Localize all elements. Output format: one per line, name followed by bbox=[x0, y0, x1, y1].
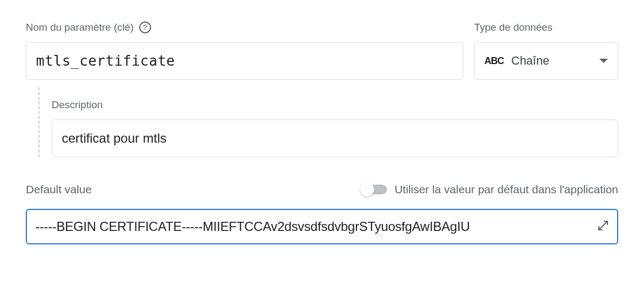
abc-icon: ABC bbox=[484, 55, 504, 67]
data-type-dropdown[interactable]: ABC Chaîne bbox=[474, 42, 618, 80]
data-type-label: Type de données bbox=[474, 22, 618, 33]
param-name-input[interactable] bbox=[26, 42, 463, 80]
default-value-input[interactable] bbox=[35, 219, 590, 234]
default-value-label: Default value bbox=[26, 183, 92, 196]
expand-icon[interactable] bbox=[597, 219, 610, 234]
tree-connector bbox=[26, 87, 52, 157]
help-icon[interactable]: ? bbox=[139, 22, 151, 33]
data-type-label-text: Type de données bbox=[474, 22, 553, 33]
toggle-label: Utiliser la valeur par défaut dans l'app… bbox=[395, 183, 618, 196]
use-in-app-default-toggle[interactable] bbox=[361, 185, 387, 194]
default-value-input-wrap[interactable] bbox=[26, 209, 618, 244]
param-name-label-text: Nom du paramètre (clé) bbox=[26, 22, 134, 33]
toggle-knob bbox=[360, 182, 374, 196]
param-name-label: Nom du paramètre (clé) ? bbox=[26, 22, 463, 33]
description-input[interactable] bbox=[52, 120, 618, 157]
chevron-down-icon bbox=[599, 59, 608, 63]
data-type-selected: Chaîne bbox=[511, 54, 592, 68]
description-label: Description bbox=[52, 99, 618, 111]
